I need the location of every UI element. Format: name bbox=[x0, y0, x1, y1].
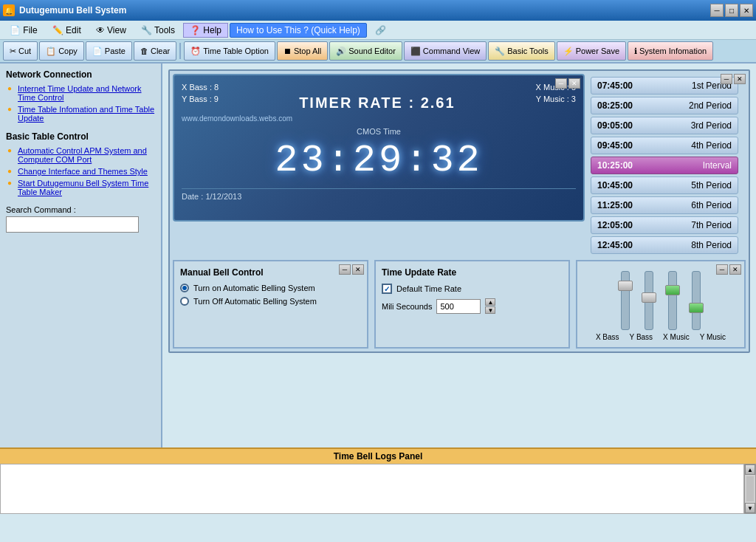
period-4[interactable]: 09:45:00 4th Period bbox=[591, 137, 738, 154]
timetable-icon: ⏰ bbox=[190, 47, 201, 56]
clock-section: ─ ✕ X Bass : 8 X Music : 5 bbox=[173, 74, 585, 254]
copy-icon: 📋 bbox=[46, 47, 56, 56]
logs-scrollbar: ▲ ▼ bbox=[744, 464, 756, 514]
period-3[interactable]: 09:05:00 3rd Period bbox=[591, 117, 738, 134]
radio-turn-on[interactable]: Turn on Automatic Belling System bbox=[180, 284, 361, 292]
toolbar: ✂ Cut 📋 Copy 📄 Paste 🗑 Clear ⏰ Time Tabl… bbox=[0, 40, 756, 64]
period-6[interactable]: 11:25:00 6th Period bbox=[591, 196, 738, 214]
logs-content bbox=[0, 464, 744, 514]
sidebar-themes[interactable]: Change Interface and Themes Style bbox=[6, 167, 155, 176]
sliders-close-btn[interactable]: ✕ bbox=[729, 264, 741, 275]
cut-button[interactable]: ✂ Cut bbox=[3, 41, 38, 61]
default-rate-row: Default Time Rate bbox=[382, 284, 563, 294]
sliders-panel: ─ ✕ bbox=[576, 260, 746, 349]
ybass-thumb[interactable] bbox=[642, 292, 656, 303]
radio-on-indicator bbox=[180, 284, 189, 292]
clock-url: www.demondownloads.webs.com bbox=[182, 114, 576, 123]
manual-bell-minimize-btn[interactable]: ─ bbox=[339, 264, 351, 275]
ymusic-slider-col bbox=[692, 271, 701, 330]
tools-icon: 🔧 bbox=[495, 47, 505, 56]
ybass-label: Y Bass bbox=[630, 333, 653, 341]
close-button[interactable]: ✕ bbox=[740, 4, 753, 17]
app-icon: 🔔 bbox=[3, 4, 15, 16]
cut-icon: ✂ bbox=[10, 47, 16, 56]
logs-scroll-up[interactable]: ▲ bbox=[745, 464, 755, 475]
xbass-slider[interactable] bbox=[621, 271, 630, 330]
milli-input[interactable] bbox=[436, 299, 481, 314]
manual-bell-controls: ─ ✕ bbox=[339, 264, 364, 275]
periods-close-btn[interactable]: ✕ bbox=[734, 74, 746, 84]
clock-date: Date : 1/12/2013 bbox=[182, 188, 576, 201]
manual-bell-panel: ─ ✕ Manual Bell Control Turn on Automati… bbox=[173, 260, 368, 349]
radio-off-indicator bbox=[180, 297, 189, 306]
period-5[interactable]: 10:45:00 5th Period bbox=[591, 176, 738, 194]
power-icon: ⚡ bbox=[563, 47, 574, 56]
period-1[interactable]: 07:45:00 1st Period bbox=[591, 77, 738, 95]
sidebar: Network Connection Internet Time Update … bbox=[0, 64, 162, 447]
main-panel: ─ ✕ X Bass : 8 X Music : 5 bbox=[168, 69, 750, 353]
logs-area: ▲ ▼ bbox=[0, 464, 756, 514]
sidebar-timetable-info[interactable]: Time Table Infomation and Time Table Upd… bbox=[6, 105, 155, 123]
cmos-label: CMOS Time bbox=[182, 127, 576, 136]
menu-link[interactable]: 🔗 bbox=[368, 23, 393, 38]
milli-down-btn[interactable]: ▼ bbox=[485, 306, 495, 314]
basic-tools-button[interactable]: 🔧 Basic Tools bbox=[488, 41, 554, 61]
minimize-button[interactable]: ─ bbox=[710, 4, 724, 17]
period-8[interactable]: 12:45:00 8th Period bbox=[591, 236, 738, 254]
window-title: Dutugemunu Bell System bbox=[19, 5, 126, 16]
stop-all-button[interactable]: ⏹ Stop All bbox=[277, 41, 328, 61]
menu-quickhelp[interactable]: How to Use This ? (Quick Help) bbox=[230, 23, 367, 38]
command-view-button[interactable]: ⬛ Command View bbox=[404, 41, 487, 61]
sound-editor-button[interactable]: 🔊 Sound Editor bbox=[329, 41, 402, 61]
xmusic-thumb[interactable] bbox=[665, 285, 680, 295]
search-input[interactable] bbox=[6, 216, 139, 233]
sound-icon: 🔊 bbox=[336, 47, 346, 56]
menu-help[interactable]: ❓ Help bbox=[183, 23, 228, 38]
milli-up-btn[interactable]: ▲ bbox=[485, 298, 495, 306]
ybass-slider[interactable] bbox=[645, 271, 653, 330]
copy-button[interactable]: 📋 Copy bbox=[39, 41, 84, 61]
menu-view[interactable]: 👁 View bbox=[89, 23, 133, 38]
command-icon: ⬛ bbox=[410, 47, 421, 56]
maximize-button[interactable]: □ bbox=[725, 4, 738, 17]
default-rate-checkbox[interactable] bbox=[382, 284, 392, 294]
radio-turn-off[interactable]: Turn Off Automatic Belling System bbox=[180, 297, 361, 306]
xbass-thumb[interactable] bbox=[618, 281, 633, 291]
xmusic-slider-col bbox=[668, 271, 677, 330]
logs-scroll-thumb[interactable] bbox=[746, 476, 754, 501]
periods-minimize-btn[interactable]: ─ bbox=[721, 74, 732, 84]
paste-icon: 📄 bbox=[92, 47, 103, 56]
stop-icon: ⏹ bbox=[284, 47, 292, 55]
ymusic-slider[interactable] bbox=[692, 271, 701, 330]
menu-tools[interactable]: 🔧 Tools bbox=[134, 23, 182, 38]
clock-close-btn[interactable]: ✕ bbox=[568, 78, 580, 89]
time-table-button[interactable]: ⏰ Time Table Option bbox=[184, 41, 275, 61]
xmusic-slider[interactable] bbox=[668, 271, 677, 330]
sidebar-apm-control[interactable]: Automatic Control APM System and Compute… bbox=[6, 146, 155, 164]
period-7[interactable]: 12:05:00 7th Period bbox=[591, 216, 738, 234]
paste-button[interactable]: 📄 Paste bbox=[86, 41, 132, 61]
sys-info-button[interactable]: ℹ System Infomation bbox=[628, 41, 713, 61]
sidebar-network-time[interactable]: Internet Time Update and Network Time Co… bbox=[6, 84, 155, 102]
sidebar-timetable-maker[interactable]: Start Dutugemunu Bell System Time Table … bbox=[6, 179, 155, 196]
sliders-panel-controls: ─ ✕ bbox=[716, 264, 741, 275]
menu-edit[interactable]: ✏️ Edit bbox=[46, 23, 88, 38]
bottom-control-panels: ─ ✕ Manual Bell Control Turn on Automati… bbox=[173, 260, 746, 349]
title-bar: 🔔 Dutugemunu Bell System ─ □ ✕ bbox=[0, 0, 756, 21]
power-save-button[interactable]: ⚡ Power Save bbox=[557, 41, 626, 61]
sliders-minimize-btn[interactable]: ─ bbox=[716, 264, 728, 275]
ymusic-thumb[interactable] bbox=[689, 303, 704, 313]
clock-controls: X Bass : 8 X Music : 5 bbox=[182, 83, 576, 92]
info-icon: ℹ bbox=[634, 47, 637, 56]
clear-icon: 🗑 bbox=[140, 47, 148, 55]
clear-button[interactable]: 🗑 Clear bbox=[134, 41, 176, 61]
logs-bar: Time Bell Logs Panel bbox=[0, 447, 756, 464]
period-2[interactable]: 08:25:00 2nd Period bbox=[591, 97, 738, 114]
manual-bell-close-btn[interactable]: ✕ bbox=[352, 264, 364, 275]
logs-scroll-down[interactable]: ▼ bbox=[745, 503, 755, 513]
period-interval[interactable]: 10:25:00 Interval bbox=[591, 157, 738, 174]
sliders-labels: X Bass Y Bass X Music Y Music bbox=[583, 333, 738, 341]
clock-minimize-btn[interactable]: ─ bbox=[555, 78, 567, 89]
periods-panel: ─ ✕ 07:45:00 1st Period 08:25:00 2nd Per… bbox=[591, 74, 746, 254]
menu-file[interactable]: 📄 File bbox=[3, 23, 44, 38]
